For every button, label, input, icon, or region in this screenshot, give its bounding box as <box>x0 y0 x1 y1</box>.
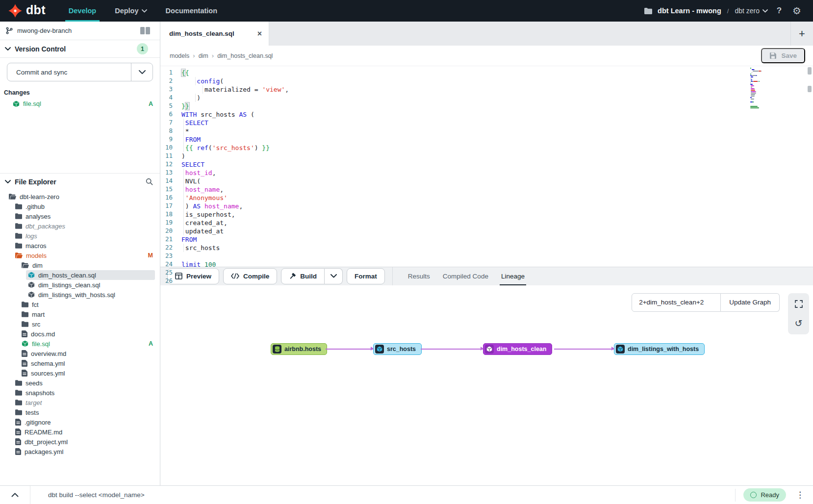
folder-icon <box>15 243 22 249</box>
nav-right: dbt Learn - mwong / dbt zero ? ⚙ <box>644 0 813 22</box>
tree-item-readme-md[interactable]: README.md <box>0 427 160 437</box>
tree-item-logs[interactable]: logs <box>0 231 160 241</box>
line-number: 7 <box>160 119 175 127</box>
lineage-edge <box>421 349 483 350</box>
line-number: 3 <box>160 85 175 94</box>
kebab-menu-icon[interactable]: ⋮ <box>794 490 806 500</box>
code-pane[interactable]: {{ config( materialized = 'view', )}}WIT… <box>175 66 813 267</box>
dbt-logo-text: dbt <box>26 3 46 19</box>
new-tab-button[interactable]: + <box>790 22 813 46</box>
line-number: 4 <box>160 94 175 102</box>
tree-item-dim[interactable]: dim <box>0 260 160 270</box>
project-name[interactable]: dbt Learn - mwong <box>658 7 721 15</box>
panels-icon[interactable] <box>140 27 150 34</box>
code-line: ) <box>181 94 813 102</box>
tab-lineage[interactable]: Lineage <box>495 267 531 285</box>
breadcrumb: models›dim›dim_hosts_clean.sql Save <box>160 46 813 66</box>
tree-item-snapshots[interactable]: snapshots <box>0 388 160 398</box>
lineage-node-airbnb-hosts[interactable]: airbnb.hosts <box>271 343 327 355</box>
nav-item-develop[interactable]: Develop <box>59 0 105 22</box>
breadcrumb-item[interactable]: models <box>170 52 189 59</box>
code-line: config( <box>181 77 813 85</box>
lineage-node-dim-hosts-clean[interactable]: dim_hosts_clean <box>483 343 552 355</box>
line-number: 26 <box>160 277 175 285</box>
commit-options-caret[interactable] <box>131 63 152 81</box>
chevron-down-icon <box>142 9 147 13</box>
tree-item-packages-yml[interactable]: packages.yml <box>0 447 160 456</box>
result-tabs: ResultsCompiled CodeLineage <box>402 267 531 285</box>
changed-file-row[interactable]: file.sqlA <box>0 99 160 108</box>
tree-item-models[interactable]: modelsM <box>0 251 160 260</box>
save-button[interactable]: Save <box>761 48 805 63</box>
tree-item--gitignore[interactable]: .gitignore <box>0 417 160 427</box>
folder-icon <box>15 409 22 415</box>
save-icon <box>769 52 777 59</box>
tree-item-sources-yml[interactable]: sources.yml <box>0 368 160 378</box>
tree-item-overview-md[interactable]: overview.md <box>0 349 160 358</box>
tree-item-dbt-packages[interactable]: dbt_packages <box>0 221 160 231</box>
minimap[interactable] <box>750 68 786 110</box>
chevron-down-icon <box>5 47 11 51</box>
code-line <box>181 252 813 260</box>
nav-item-deploy[interactable]: Deploy <box>105 0 156 22</box>
tree-item-fct[interactable]: fct <box>0 300 160 309</box>
scrollbar-thumb[interactable] <box>808 67 812 75</box>
tree-item-dim-listings-clean-sql[interactable]: dim_listings_clean.sql <box>0 280 160 290</box>
tree-item-target[interactable]: target <box>0 398 160 407</box>
status-divider <box>735 489 736 502</box>
lineage-node-src-hosts[interactable]: src_hosts <box>373 343 422 355</box>
line-number: 1 <box>160 69 175 77</box>
status-badge[interactable]: Ready <box>743 488 786 502</box>
gear-icon[interactable]: ⚙ <box>790 4 803 17</box>
tree-item-dim-listings-with-hosts-sql[interactable]: dim_listings_with_hosts.sql <box>0 290 160 300</box>
tree-item-dim-hosts-clean-sql[interactable]: dim_hosts_clean.sql <box>0 270 160 280</box>
branch-name[interactable]: mwong-dev-branch <box>13 27 140 34</box>
tree-item--github[interactable]: .github <box>0 202 160 211</box>
tab-compiled-code[interactable]: Compiled Code <box>436 267 495 285</box>
code-line: FROM <box>181 235 813 244</box>
lineage-graph[interactable]: airbnb.hostssrc_hostsdim_hosts_cleandim_… <box>160 285 813 486</box>
commit-and-sync-button[interactable]: Commit and sync <box>7 63 153 81</box>
workspace: mwong-dev-branch Version Control 1 Commi… <box>0 22 813 485</box>
branch-row: mwong-dev-branch <box>0 22 160 40</box>
file-explorer-header[interactable]: File Explorer <box>0 173 160 190</box>
status-bar: dbt build --select <model_name> Ready ⋮ <box>0 485 813 504</box>
folder-icon <box>22 302 28 307</box>
tree-item-label: logs <box>25 232 37 240</box>
line-number: 25 <box>160 269 175 277</box>
help-icon[interactable]: ? <box>773 4 786 17</box>
search-icon[interactable] <box>146 178 153 185</box>
changed-file-name: file.sql <box>23 100 41 107</box>
version-control-header[interactable]: Version Control 1 <box>0 40 160 58</box>
tab-results[interactable]: Results <box>402 267 436 285</box>
tree-item-label: file.sql <box>32 340 50 348</box>
scrollbar-mark[interactable] <box>808 86 812 92</box>
tree-item-seeds[interactable]: seeds <box>0 378 160 388</box>
tab-dim-hosts-clean[interactable]: dim_hosts_clean.sql × <box>160 22 269 46</box>
code-editor[interactable]: 1234567891011121314151617181920212223242… <box>160 66 813 267</box>
line-number: 24 <box>160 260 175 269</box>
tree-item-file-sql[interactable]: file.sqlA <box>0 339 160 349</box>
tree-item-dbt-project-yml[interactable]: dbt_project.yml <box>0 437 160 447</box>
tree-item-tests[interactable]: tests <box>0 407 160 417</box>
close-icon[interactable]: × <box>257 30 262 38</box>
tree-item-src[interactable]: src <box>0 319 160 329</box>
breadcrumb-item[interactable]: dim <box>199 52 208 59</box>
folder-icon <box>15 380 22 386</box>
nav-item-documentation[interactable]: Documentation <box>156 0 227 22</box>
tree-item-dbt-learn-zero[interactable]: dbt-learn-zero <box>0 192 160 202</box>
breadcrumb-item[interactable]: dim_hosts_clean.sql <box>217 52 273 59</box>
dbt-logo[interactable]: dbt <box>0 0 59 22</box>
tree-item-analyses[interactable]: analyses <box>0 211 160 221</box>
chevron-up-icon[interactable] <box>0 486 30 504</box>
tree-item-schema-yml[interactable]: schema.yml <box>0 358 160 368</box>
line-number: 23 <box>160 252 175 260</box>
tree-item-mart[interactable]: mart <box>0 309 160 319</box>
tree-item-docs-md[interactable]: docs.md <box>0 329 160 339</box>
git-status-added: A <box>149 101 153 107</box>
lineage-node-dim-listings-with-hosts[interactable]: dim_listings_with_hosts <box>614 343 705 355</box>
environment-selector[interactable]: dbt zero <box>735 7 768 15</box>
lineage-panel: Update Graph ↺ airbnb.hostssrc_hostsdim_… <box>160 285 813 486</box>
tree-item-macros[interactable]: macros <box>0 241 160 251</box>
command-input[interactable]: dbt build --select <model_name> <box>30 491 145 499</box>
